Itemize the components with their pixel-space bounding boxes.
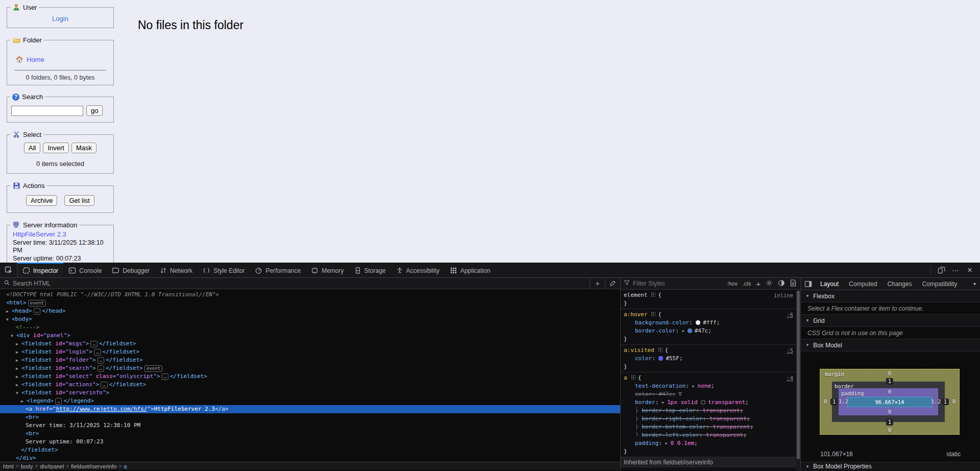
- rules-scrollbar[interactable]: [796, 290, 800, 470]
- value-expander-icon[interactable]: ▶: [693, 382, 698, 390]
- css-declaration[interactable]: ├ border-right-color: transparent;: [621, 415, 800, 423]
- tab-computed[interactable]: Computed: [844, 280, 882, 288]
- box-model-content-region[interactable]: 96.667×14: [847, 397, 932, 407]
- rule-source-link[interactable]: :8: [787, 469, 793, 470]
- padding-top-value[interactable]: 0: [820, 389, 959, 395]
- tab-style-editor[interactable]: Style Editor: [198, 263, 250, 277]
- rule-source-link[interactable]: :5: [787, 346, 793, 355]
- padding-left-value[interactable]: 1.2: [839, 398, 848, 405]
- markup-line[interactable]: ▶<fieldset id="msgs">…</fieldset>: [0, 340, 620, 348]
- flexbox-section-header[interactable]: ▼ Flexbox: [801, 290, 980, 302]
- ellipsis-chip[interactable]: …: [97, 357, 104, 364]
- markup-line[interactable]: ▶<fieldset id="login">…</fieldset>: [0, 348, 620, 356]
- tab-changes[interactable]: Changes: [882, 280, 917, 288]
- breadcrumb-item[interactable]: div#panel: [40, 463, 64, 469]
- twisty-icon[interactable]: ▼: [6, 316, 12, 324]
- css-declaration[interactable]: border: ▶1px solid transparent;: [621, 398, 800, 407]
- dark-scheme-icon[interactable]: [777, 279, 786, 288]
- rule-source-link[interactable]: :4: [787, 374, 793, 382]
- color-swatch[interactable]: [658, 356, 663, 361]
- css-declaration[interactable]: color: #55F;: [621, 355, 800, 363]
- sidebar-toggle-icon[interactable]: [801, 280, 815, 288]
- twisty-icon[interactable]: ▶: [16, 340, 21, 348]
- markup-line[interactable]: ▶<fieldset id="actions">…</fieldset>: [0, 381, 620, 389]
- value-expander-icon[interactable]: ▶: [682, 327, 688, 335]
- css-declaration[interactable]: ├ border-bottom-color: transparent;: [621, 423, 800, 431]
- rule-source-link[interactable]: :6: [787, 311, 793, 319]
- twisty-icon[interactable]: ▶: [16, 365, 21, 373]
- twisty-icon[interactable]: ▶: [16, 373, 21, 381]
- login-link[interactable]: Login: [52, 15, 68, 22]
- color-swatch[interactable]: [696, 320, 700, 325]
- markup-line[interactable]: <!---->: [0, 323, 620, 332]
- tab-debugger[interactable]: Debugger: [107, 263, 155, 277]
- markup-line[interactable]: <br>: [0, 413, 620, 421]
- ellipsis-chip[interactable]: …: [162, 373, 168, 380]
- search-input[interactable]: [11, 106, 83, 116]
- class-toggle[interactable]: .cls: [742, 280, 752, 287]
- margin-right-value[interactable]: 0: [952, 398, 955, 405]
- markup-line[interactable]: <!DOCTYPE html PUBLIC "-//W3C//DTD XHTML…: [0, 291, 620, 299]
- print-simulation-icon[interactable]: [789, 279, 797, 288]
- css-declaration[interactable]: └ border-left-color: transparent;: [621, 431, 800, 439]
- markup-line[interactable]: ▶<fieldset id="select" class="onlyscript…: [0, 372, 620, 381]
- padding-right-value[interactable]: 1.2: [931, 398, 941, 405]
- select-all-button[interactable]: All: [24, 143, 40, 153]
- tab-storage[interactable]: Storage: [349, 263, 391, 277]
- css-selector[interactable]: fieldset: [624, 469, 651, 470]
- select-mask-button[interactable]: Mask: [71, 143, 96, 153]
- css-selector[interactable]: a:hover: [624, 311, 647, 318]
- markup-line[interactable]: Server uptime: 00:07:23: [0, 438, 620, 446]
- event-badge[interactable]: event: [144, 365, 162, 372]
- markup-line[interactable]: ▶<fieldset id="folder">…</fieldset>: [0, 356, 620, 364]
- responsive-design-icon[interactable]: [935, 264, 947, 276]
- value-expander-icon[interactable]: ▶: [666, 439, 671, 448]
- event-badge[interactable]: event: [28, 300, 46, 307]
- tab-layout[interactable]: Layout: [815, 280, 844, 288]
- breadcrumb-item[interactable]: a: [124, 463, 127, 469]
- markup-line[interactable]: ▶<fieldset id="search">…</fieldset>event: [0, 364, 620, 372]
- css-selector[interactable]: element: [624, 292, 647, 298]
- tab-performance[interactable]: Performance: [250, 263, 306, 277]
- pick-element-icon[interactable]: [0, 263, 17, 277]
- light-scheme-icon[interactable]: [765, 279, 774, 288]
- twisty-icon[interactable]: ▶: [16, 381, 21, 389]
- markup-line[interactable]: </fieldset>: [0, 446, 620, 454]
- search-go-button[interactable]: go: [86, 105, 103, 116]
- twisty-icon[interactable]: ▶: [16, 357, 21, 365]
- css-declaration[interactable]: text-decoration: ▶none;: [621, 382, 800, 390]
- eyedropper-icon[interactable]: [605, 278, 620, 289]
- color-swatch[interactable]: [688, 328, 692, 333]
- margin-bottom-value[interactable]: 0: [820, 427, 959, 433]
- ellipsis-chip[interactable]: …: [90, 341, 97, 347]
- breadcrumb-item[interactable]: fieldset#serverinfo: [71, 463, 116, 469]
- tab-network[interactable]: Network: [155, 263, 198, 277]
- add-node-icon[interactable]: +: [590, 278, 605, 289]
- box-model-diagram[interactable]: 96.667×14 margin border padding 0 1 0 0 …: [820, 369, 960, 435]
- grid-section-header[interactable]: ▼ Grid: [801, 315, 980, 327]
- hfs-version-link[interactable]: HttpFileServer 2.3: [13, 230, 66, 238]
- archive-button[interactable]: Archive: [26, 195, 57, 206]
- css-selector[interactable]: a:visited: [624, 347, 654, 354]
- markup-line[interactable]: </div>: [0, 454, 620, 462]
- ellipsis-chip[interactable]: …: [101, 382, 107, 388]
- overridden-filter-icon[interactable]: ∇: [679, 390, 682, 398]
- pseudo-class-toggle[interactable]: :hov: [726, 280, 739, 287]
- color-swatch[interactable]: [701, 400, 705, 405]
- markup-line[interactable]: <html>event: [0, 299, 620, 307]
- css-declaration[interactable]: ├ border-top-color: transparent;: [621, 407, 800, 415]
- add-rule-icon[interactable]: +: [755, 279, 762, 288]
- twisty-icon[interactable]: ▼: [11, 332, 16, 340]
- box-model-properties-header[interactable]: ▼ Box Model Properties: [801, 462, 980, 470]
- chevron-down-icon[interactable]: ▾: [973, 281, 980, 287]
- tab-console[interactable]: Console: [63, 263, 107, 277]
- border-left-value[interactable]: 1: [830, 398, 838, 405]
- markup-line-selected[interactable]: <a href="http://www.rejetto.com/hfs/">Ht…: [0, 405, 620, 413]
- twisty-icon[interactable]: ▶: [6, 308, 12, 316]
- ellipsis-chip[interactable]: …: [34, 308, 40, 315]
- twisty-icon[interactable]: ▼: [16, 389, 21, 397]
- css-declaration[interactable]: background-color: #fff;: [621, 319, 800, 327]
- tab-application[interactable]: Application: [445, 263, 496, 277]
- padding-bottom-value[interactable]: 0: [820, 409, 959, 415]
- meatball-menu-icon[interactable]: ⋯: [949, 264, 962, 276]
